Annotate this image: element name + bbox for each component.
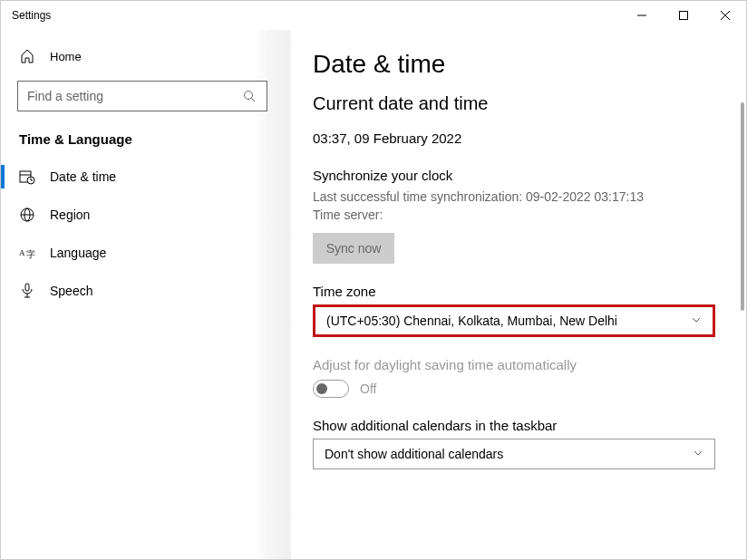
content-pane: Date & time Current date and time 03:37,… xyxy=(291,30,746,559)
sidebar-item-language[interactable]: A字 Language xyxy=(1,234,291,272)
svg-text:字: 字 xyxy=(26,249,35,259)
close-button[interactable] xyxy=(704,1,746,30)
sidebar-item-label: Speech xyxy=(50,284,92,298)
microphone-icon xyxy=(19,283,35,299)
sidebar-item-speech[interactable]: Speech xyxy=(1,272,291,310)
daylight-state: Off xyxy=(360,381,376,396)
sidebar-item-date-time[interactable]: Date & time xyxy=(1,158,291,196)
sidebar-item-label: Language xyxy=(50,246,106,260)
svg-line-5 xyxy=(252,99,256,102)
search-input[interactable]: Find a setting xyxy=(17,81,267,111)
last-sync-text: Last successful time synchronization: 09… xyxy=(313,188,721,207)
sync-now-button[interactable]: Sync now xyxy=(313,233,394,264)
current-datetime-heading: Current date and time xyxy=(313,93,721,114)
additional-calendars-value: Don't show additional calendars xyxy=(325,447,503,461)
daylight-toggle xyxy=(313,380,349,398)
search-placeholder: Find a setting xyxy=(27,89,103,103)
scrollbar[interactable] xyxy=(739,102,746,559)
svg-point-4 xyxy=(245,92,253,100)
home-icon xyxy=(19,48,35,64)
timezone-label: Time zone xyxy=(313,284,721,299)
window-title: Settings xyxy=(12,9,621,22)
sidebar-item-region[interactable]: Region xyxy=(1,196,291,234)
minimize-button[interactable] xyxy=(621,1,663,30)
calendar-clock-icon xyxy=(19,169,35,185)
chevron-down-icon xyxy=(693,447,703,461)
page-title: Date & time xyxy=(313,50,721,79)
search-icon xyxy=(241,88,257,104)
maximize-button[interactable] xyxy=(663,1,704,30)
language-icon: A字 xyxy=(19,245,35,261)
sidebar-item-label: Region xyxy=(50,208,90,222)
timezone-dropdown[interactable]: (UTC+05:30) Chennai, Kolkata, Mumbai, Ne… xyxy=(313,304,715,337)
nav-home-label: Home xyxy=(50,50,82,63)
sync-heading: Synchronize your clock xyxy=(313,168,721,183)
svg-rect-16 xyxy=(25,284,29,291)
svg-text:A: A xyxy=(19,248,25,257)
current-datetime-value: 03:37, 09 February 2022 xyxy=(313,130,721,146)
time-server-text: Time server: xyxy=(313,207,721,225)
nav-home[interactable]: Home xyxy=(1,39,291,73)
scrollbar-thumb[interactable] xyxy=(741,102,744,311)
chevron-down-icon xyxy=(691,314,702,328)
daylight-label: Adjust for daylight saving time automati… xyxy=(313,357,721,372)
timezone-value: (UTC+05:30) Chennai, Kolkata, Mumbai, Ne… xyxy=(326,314,617,328)
sidebar: Home Find a setting Time & Language Date… xyxy=(1,30,291,559)
additional-calendars-label: Show additional calendars in the taskbar xyxy=(313,418,721,433)
sidebar-section-title: Time & Language xyxy=(1,124,291,158)
sidebar-item-label: Date & time xyxy=(50,169,116,184)
additional-calendars-dropdown[interactable]: Don't show additional calendars xyxy=(313,439,715,469)
svg-rect-1 xyxy=(680,12,688,20)
globe-icon xyxy=(19,207,35,223)
